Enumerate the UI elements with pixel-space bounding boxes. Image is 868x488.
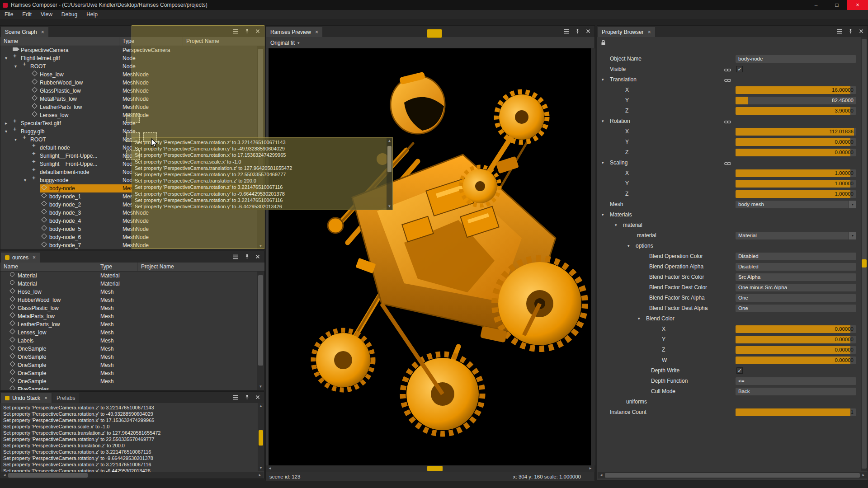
tab-ramses-preview[interactable]: Ramses Preview × (266, 27, 322, 37)
resource-row[interactable]: OneSampleMesh (0, 361, 257, 369)
value-slider[interactable]: 16.00000 (736, 86, 856, 94)
close-icon[interactable] (586, 29, 590, 33)
value-slider[interactable]: 3.90000 (736, 107, 856, 115)
tab-close-icon[interactable]: × (315, 29, 318, 35)
resource-row[interactable]: MaterialMaterial (0, 280, 257, 288)
tab-prefabs[interactable]: Prefabs (52, 393, 79, 403)
close-icon[interactable] (255, 254, 260, 259)
resource-row[interactable]: OneSampleMesh (0, 369, 257, 377)
resource-row[interactable]: RubberWood_lowMesh (0, 296, 257, 304)
dropdown[interactable]: body-mesh▼ (736, 201, 856, 208)
chevron-down-icon[interactable]: ▾ (638, 314, 640, 324)
close-button[interactable]: × (847, 0, 868, 10)
undo-entry[interactable]: Set property 'PerspectiveCamera.rotation… (1, 455, 257, 461)
tab-property-browser[interactable]: Property Browser × (598, 27, 655, 37)
pin-icon[interactable] (848, 28, 853, 34)
value-slider[interactable]: 1.00000 (736, 169, 856, 177)
undo-entry[interactable]: Set property 'PerspectiveCamera.rotation… (1, 404, 257, 411)
undo-entry[interactable]: Set property 'PerspectiveCamera.rotation… (1, 468, 257, 472)
value-slider[interactable]: 1 (736, 408, 856, 416)
maximize-button[interactable]: □ (826, 0, 847, 10)
tab-resources[interactable]: ources × (1, 253, 40, 263)
scroll-right-icon[interactable]: ► (860, 472, 867, 479)
text-field[interactable]: body-node (736, 55, 856, 63)
link-icon[interactable] (724, 78, 731, 84)
undo-entry[interactable]: Set property 'PerspectiveCamera.rotation… (1, 461, 257, 468)
resource-row[interactable]: MetalParts_lowMesh (0, 312, 257, 320)
scrollbar-handle[interactable] (605, 473, 860, 478)
column-header-name[interactable]: Name (0, 37, 119, 46)
undo-entry[interactable]: Set property 'PerspectiveCamera.rotation… (1, 411, 257, 417)
scroll-down-icon[interactable]: ▼ (257, 384, 264, 389)
value-slider[interactable]: 112.01836 (736, 128, 856, 136)
value-slider[interactable]: 1.00000 (736, 180, 856, 188)
scrollbar-handle[interactable] (8, 473, 88, 478)
undo-entry[interactable]: Set property 'PerspectiveCamera.rotation… (1, 417, 257, 423)
menu-file[interactable]: File (0, 10, 18, 19)
undo-entry[interactable]: Set property 'PerspectiveCamera.rotation… (1, 436, 257, 442)
scrollbar-handle[interactable] (862, 39, 867, 469)
undo-hscrollbar[interactable]: ◄ ► (1, 472, 264, 479)
link-icon[interactable] (724, 161, 731, 167)
preview-vscrollbar[interactable] (591, 48, 595, 465)
undo-entry[interactable]: Set property 'PerspectiveCamera.rotation… (1, 449, 257, 455)
chevron-down-icon[interactable]: ▾ (602, 116, 604, 127)
preview-hscrollbar[interactable]: ◄ ► (266, 465, 594, 472)
property-hscrollbar[interactable]: ◄ ► (598, 472, 867, 479)
lock-icon[interactable] (601, 39, 606, 47)
dropdown[interactable]: <= (736, 377, 856, 385)
preview-top-scroll-handle[interactable] (427, 29, 442, 38)
scroll-left-icon[interactable]: ◄ (598, 472, 604, 479)
resources-vscrollbar[interactable]: ▼ (257, 272, 264, 390)
checkbox[interactable]: ✓ (736, 66, 743, 72)
value-slider[interactable]: 0.00000 (736, 138, 856, 146)
link-icon[interactable] (724, 67, 731, 74)
menu-debug[interactable]: Debug (57, 10, 82, 19)
scrollbar-handle[interactable] (258, 275, 263, 366)
close-icon[interactable] (859, 29, 863, 33)
value-slider[interactable]: 0.00000 (736, 336, 856, 343)
title-bar[interactable]: Ramses Composer - (C:/Users/Uwe Kindler/… (0, 0, 868, 10)
resource-row[interactable]: OneSampleMesh (0, 345, 257, 353)
panel-menu-icon[interactable] (563, 29, 569, 34)
chevron-down-icon[interactable]: ▾ (602, 158, 604, 168)
undo-entry[interactable]: Set property 'PerspectiveCamera.translat… (1, 430, 257, 436)
link-icon[interactable] (724, 119, 731, 126)
undo-entry[interactable]: Set property 'PerspectiveCamera.translat… (1, 442, 257, 449)
chevron-down-icon[interactable]: ▾ (602, 210, 604, 220)
resource-row[interactable]: Hose_lowMesh (0, 288, 257, 296)
expander-open-icon[interactable]: ▾ (14, 136, 21, 144)
resource-row[interactable]: FiveSamples (0, 385, 257, 390)
pin-icon[interactable] (575, 28, 580, 34)
fit-mode-dropdown[interactable]: Original fit ▾ (270, 38, 300, 47)
value-slider[interactable]: 0.00000 (736, 325, 856, 333)
panel-menu-icon[interactable] (836, 29, 842, 34)
scroll-down-icon[interactable]: ▼ (258, 465, 264, 471)
scrollbar-handle[interactable] (427, 466, 443, 471)
scroll-right-icon[interactable]: ► (587, 465, 594, 472)
scroll-right-icon[interactable]: ► (257, 472, 263, 479)
value-slider[interactable]: 0.00000 (736, 149, 856, 156)
tab-close-icon[interactable]: × (648, 29, 651, 35)
chevron-down-icon[interactable]: ▾ (602, 75, 604, 85)
menu-help[interactable]: Help (82, 10, 102, 19)
dropdown[interactable]: Material▼ (736, 232, 856, 239)
resource-row[interactable]: OneSampleMesh (0, 353, 257, 361)
pin-icon[interactable] (245, 254, 250, 259)
tab-scene-graph[interactable]: Scene Graph × (1, 27, 48, 37)
tab-close-icon[interactable]: × (33, 254, 36, 261)
property-vscrollbar[interactable] (861, 37, 868, 471)
dropdown[interactable]: Src Alpha (736, 273, 856, 281)
expander-open-icon[interactable]: ▾ (14, 62, 21, 70)
value-slider[interactable]: 0.00000 (736, 357, 856, 364)
resource-row[interactable]: GlassPlastic_lowMesh (0, 304, 257, 312)
chevron-down-icon[interactable]: ▾ (615, 220, 617, 230)
resource-row[interactable]: Lenses_lowMesh (0, 328, 257, 337)
scroll-left-icon[interactable]: ◄ (1, 472, 8, 479)
dropdown[interactable]: One (736, 294, 856, 302)
preview-viewport[interactable] (269, 48, 591, 465)
panel-menu-icon[interactable] (233, 254, 239, 259)
dropdown[interactable]: One minus Src Alpha (736, 284, 856, 291)
chevron-down-icon[interactable]: ▾ (627, 241, 630, 251)
tab-close-icon[interactable]: × (44, 395, 47, 401)
